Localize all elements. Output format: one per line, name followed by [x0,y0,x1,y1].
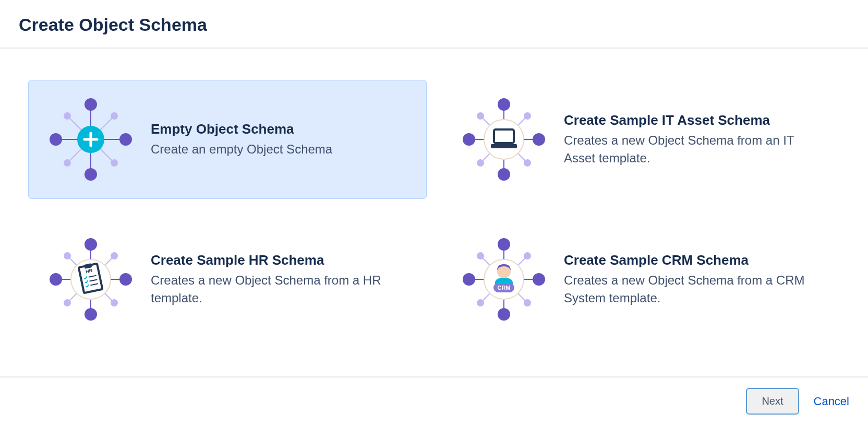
option-description: Creates a new Object Schema from a CRM S… [564,271,822,306]
dialog-title: Create Object Schema [19,15,849,35]
option-text: Empty Object Schema Create an empty Obje… [151,121,408,158]
svg-text:CRM: CRM [497,285,510,291]
svg-point-28 [498,168,510,181]
option-description: Creates a new Object Schema from an IT A… [564,132,822,167]
option-title: Create Sample IT Asset Schema [564,112,822,128]
svg-point-75 [498,238,510,251]
option-crm-schema[interactable]: CRM Create Sample CRM Schema Creates a n… [441,220,840,339]
svg-point-81 [477,299,484,306]
option-empty-schema[interactable]: Empty Object Schema Create an empty Obje… [28,80,427,199]
svg-point-50 [64,252,71,259]
option-text: Create Sample CRM Schema Creates a new O… [564,252,822,306]
create-object-schema-dialog: Create Object Schema [0,0,868,425]
svg-point-79 [477,252,484,259]
option-description: Creates a new Object Schema from a HR te… [151,271,408,306]
svg-point-33 [477,159,484,167]
dialog-footer: Next Cancel [0,376,868,425]
it-asset-schema-icon [460,95,548,184]
svg-rect-37 [491,144,517,148]
svg-rect-36 [494,129,514,143]
svg-point-14 [64,159,71,167]
svg-point-8 [85,98,97,111]
svg-point-52 [64,299,71,306]
option-title: Empty Object Schema [151,121,408,137]
option-text: Create Sample HR Schema Creates a new Ob… [151,252,408,306]
svg-point-48 [50,273,62,286]
cancel-button[interactable]: Cancel [814,395,849,408]
option-title: Create Sample CRM Schema [564,252,822,268]
svg-point-51 [111,252,118,259]
svg-point-29 [463,133,475,146]
option-hr-schema[interactable]: HR Create Sample HR Schema Create [28,220,427,339]
svg-point-78 [533,273,545,286]
svg-point-49 [119,273,132,286]
svg-point-32 [524,112,531,120]
svg-point-27 [498,98,510,111]
svg-point-15 [111,159,118,167]
svg-point-30 [533,133,545,146]
svg-point-53 [111,299,118,306]
next-button[interactable]: Next [746,388,799,415]
svg-point-76 [498,308,510,321]
svg-point-46 [85,238,97,251]
dialog-body: Empty Object Schema Create an empty Obje… [0,49,868,376]
option-text: Create Sample IT Asset Schema Creates a … [564,112,822,167]
svg-point-80 [524,252,531,259]
empty-schema-icon [46,95,135,184]
svg-point-77 [463,273,475,286]
svg-point-11 [119,133,132,146]
option-description: Create an empty Object Schema [151,140,408,158]
svg-point-34 [524,159,531,167]
svg-point-47 [85,308,97,321]
hr-schema-icon: HR [46,235,135,324]
dialog-header: Create Object Schema [0,0,868,49]
crm-schema-icon: CRM [460,235,548,324]
svg-point-12 [64,112,71,120]
svg-point-9 [85,168,97,181]
option-it-asset-schema[interactable]: Create Sample IT Asset Schema Creates a … [441,80,840,199]
option-title: Create Sample HR Schema [151,252,408,268]
svg-point-31 [477,112,484,120]
svg-point-13 [111,112,118,120]
svg-point-82 [524,299,531,306]
svg-point-10 [50,133,62,146]
